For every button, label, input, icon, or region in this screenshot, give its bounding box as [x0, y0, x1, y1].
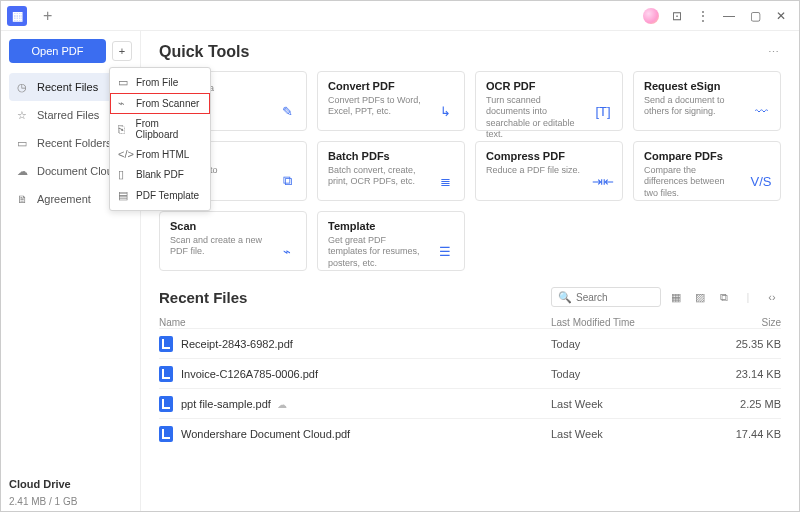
card-desc: Turn scanned documents into searchable o…	[486, 95, 581, 140]
search-input[interactable]	[576, 292, 656, 303]
comment-icon[interactable]: ⊡	[665, 4, 689, 28]
file-row[interactable]: Wondershare Document Cloud.pdfLast Week1…	[159, 418, 781, 448]
menu-label: From HTML	[136, 149, 189, 160]
file-row[interactable]: Invoice-C126A785-0006.pdfToday23.14 KB	[159, 358, 781, 388]
card-request-esign[interactable]: Request eSign Send a document to others …	[633, 71, 781, 131]
file-row[interactable]: ppt file-sample.pdf☁Last Week2.25 MB	[159, 388, 781, 418]
menu-item-pdf-template[interactable]: ▤PDF Template	[110, 185, 210, 206]
document-icon: 🗎	[15, 193, 29, 205]
card-desc: Batch convert, create, print, OCR PDFs, …	[328, 165, 423, 188]
cloud-icon: ☁	[15, 165, 29, 178]
search-input-wrapper[interactable]: 🔍	[551, 287, 661, 307]
sidebar: Open PDF + ◷ Recent Files ☆ Starred File…	[1, 31, 141, 512]
sidebar-item-label: Document Cloud	[37, 165, 119, 177]
card-title: Compare PDFs	[644, 150, 770, 162]
menu-label: From Scanner	[136, 98, 199, 109]
storage-usage: 2.41 MB / 1 GB	[9, 496, 132, 507]
card-compress-pdf[interactable]: Compress PDF Reduce a PDF file size. ⇥⇤	[475, 141, 623, 201]
window-close-button[interactable]: ✕	[769, 4, 793, 28]
esign-icon: 〰	[750, 100, 772, 122]
convert-icon: ↳	[434, 100, 456, 122]
app-logo: ▦	[7, 6, 27, 26]
file-modified: Today	[551, 368, 721, 380]
card-title: Convert PDF	[328, 80, 454, 92]
more-icon[interactable]: ⋮	[691, 4, 715, 28]
card-template[interactable]: Template Get great PDF templates for res…	[317, 211, 465, 271]
filter-button[interactable]: ⧉	[715, 288, 733, 306]
quick-tools-grid: mages in a ✎ Convert PDF Convert PDFs to…	[159, 71, 781, 271]
file-name: ppt file-sample.pdf☁	[181, 398, 551, 410]
card-batch-pdfs[interactable]: Batch PDFs Batch convert, create, print,…	[317, 141, 465, 201]
window-maximize-button[interactable]: ▢	[743, 4, 767, 28]
menu-item-from-scanner[interactable]: ⌁From Scanner	[110, 93, 210, 114]
menu-label: Blank PDF	[136, 169, 184, 180]
menu-item-from-clipboard[interactable]: ⎘From Clipboard	[110, 114, 210, 144]
scan-icon: ⌁	[276, 240, 298, 262]
cloud-icon: ☁	[277, 399, 287, 410]
sidebar-item-label: Starred Files	[37, 109, 99, 121]
card-scan[interactable]: Scan Scan and create a new PDF file. ⌁	[159, 211, 307, 271]
card-desc: Scan and create a new PDF file.	[170, 235, 265, 258]
card-convert-pdf[interactable]: Convert PDF Convert PDFs to Word, Excel,…	[317, 71, 465, 131]
card-compare-pdfs[interactable]: Compare PDFs Compare the differences bet…	[633, 141, 781, 201]
create-pdf-dropdown: ▭From File ⌁From Scanner ⎘From Clipboard…	[109, 67, 211, 211]
new-tab-button[interactable]: +	[43, 8, 52, 24]
file-modified: Last Week	[551, 398, 721, 410]
ocr-icon: [T]	[592, 100, 614, 122]
file-size: 25.35 KB	[721, 338, 781, 350]
compare-icon: V/S	[750, 170, 772, 192]
pdf-file-icon	[159, 396, 173, 412]
expand-button[interactable]: ‹›	[763, 288, 781, 306]
card-desc: Convert PDFs to Word, Excel, PPT, etc.	[328, 95, 423, 118]
file-modified: Last Week	[551, 428, 721, 440]
recent-files-title: Recent Files	[159, 289, 247, 306]
card-title: Template	[328, 220, 454, 232]
card-title: Scan	[170, 220, 296, 232]
create-pdf-button[interactable]: +	[112, 41, 132, 61]
siri-icon[interactable]	[639, 4, 663, 28]
blank-icon: ▯	[118, 168, 130, 181]
file-name: Receipt-2843-6982.pdf	[181, 338, 551, 350]
card-title: OCR PDF	[486, 80, 612, 92]
sidebar-item-label: Recent Folders	[37, 137, 112, 149]
window-minimize-button[interactable]: —	[717, 4, 741, 28]
batch-icon: ≣	[434, 170, 456, 192]
menu-label: From Clipboard	[136, 118, 202, 140]
clock-icon: ◷	[15, 81, 29, 94]
card-ocr-pdf[interactable]: OCR PDF Turn scanned documents into sear…	[475, 71, 623, 131]
file-size: 2.25 MB	[721, 398, 781, 410]
card-title: Compress PDF	[486, 150, 612, 162]
column-header-modified[interactable]: Last Modified Time	[551, 317, 721, 328]
clipboard-icon: ⎘	[118, 123, 130, 135]
view-list-button[interactable]: ▦	[667, 288, 685, 306]
menu-item-blank-pdf[interactable]: ▯Blank PDF	[110, 164, 210, 185]
column-header-size[interactable]: Size	[721, 317, 781, 328]
file-name: Invoice-C126A785-0006.pdf	[181, 368, 551, 380]
column-header-name[interactable]: Name	[159, 317, 551, 328]
main-panel: Quick Tools ⋯ mages in a ✎ Convert PDF C…	[141, 31, 799, 512]
menu-item-from-html[interactable]: </>From HTML	[110, 144, 210, 164]
card-desc: Get great PDF templates for resumes, pos…	[328, 235, 423, 269]
combine-icon: ⧉	[276, 170, 298, 192]
pdf-file-icon	[159, 426, 173, 442]
edit-icon: ✎	[276, 100, 298, 122]
sidebar-item-label: Recent Files	[37, 81, 98, 93]
file-name: Wondershare Document Cloud.pdf	[181, 428, 551, 440]
cloud-drive-label: Cloud Drive	[9, 478, 132, 490]
file-size: 23.14 KB	[721, 368, 781, 380]
quick-tools-title: Quick Tools	[159, 43, 249, 61]
template-icon: ▤	[118, 189, 130, 202]
folder-icon: ▭	[15, 137, 29, 150]
pdf-file-icon	[159, 366, 173, 382]
quick-tools-more-button[interactable]: ⋯	[768, 46, 781, 59]
open-pdf-button[interactable]: Open PDF	[9, 39, 106, 63]
html-icon: </>	[118, 148, 130, 160]
card-desc: Compare the differences between two file…	[644, 165, 739, 199]
template-icon: ☰	[434, 240, 456, 262]
search-icon: 🔍	[558, 291, 572, 304]
menu-item-from-file[interactable]: ▭From File	[110, 72, 210, 93]
card-desc: Send a document to others for signing.	[644, 95, 739, 118]
card-title: Batch PDFs	[328, 150, 454, 162]
file-row[interactable]: Receipt-2843-6982.pdfToday25.35 KB	[159, 328, 781, 358]
view-grid-button[interactable]: ▨	[691, 288, 709, 306]
